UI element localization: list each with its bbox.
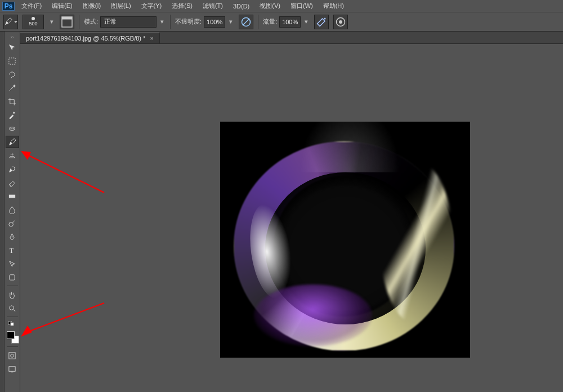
opacity-value: 100% [207, 19, 222, 25]
separator [170, 15, 171, 29]
separator [79, 15, 79, 29]
menu-edit[interactable]: 编辑(E) [48, 1, 76, 11]
collapsed-panel-strip[interactable] [0, 32, 5, 392]
color-swatch[interactable] [6, 330, 19, 345]
airbrush-icon [315, 15, 328, 29]
gradient-tool[interactable] [6, 190, 19, 202]
chevron-down-icon[interactable]: ▾ [48, 16, 55, 28]
clone-stamp-tool[interactable] [6, 149, 19, 162]
move-tool[interactable] [6, 41, 19, 54]
menu-file[interactable]: 文件(F) [18, 1, 45, 11]
svg-point-14 [12, 236, 13, 237]
svg-rect-20 [9, 352, 15, 358]
flow-label: 流量: [263, 17, 277, 26]
menu-window[interactable]: 窗口(W) [287, 1, 316, 11]
options-bar: 500 ▾ 模式: 正常 ▾ 不透明度: 100% ▾ 流量: 100% ▾ [0, 12, 563, 32]
history-brush-tool[interactable] [6, 163, 19, 175]
zoom-tool[interactable] [6, 302, 19, 314]
tool-divider [7, 286, 18, 286]
svg-rect-6 [9, 57, 15, 64]
panel-icon [60, 15, 74, 29]
eyedropper-tool[interactable] [6, 109, 19, 121]
artwork [220, 122, 470, 358]
svg-point-13 [9, 222, 14, 226]
menu-help[interactable]: 帮助(H) [320, 1, 347, 11]
svg-text:T: T [10, 247, 14, 255]
flow-value: 100% [282, 19, 298, 25]
airbrush-toggle[interactable] [314, 15, 329, 29]
toolbox: ›› T [5, 32, 20, 392]
chevron-down-icon[interactable]: ▾ [303, 16, 310, 28]
opacity-label: 不透明度: [175, 17, 202, 26]
document-canvas[interactable] [220, 122, 470, 358]
svg-rect-7 [13, 112, 15, 114]
svg-rect-16 [10, 274, 15, 279]
brush-size-value: 500 [29, 21, 37, 26]
blend-mode-select[interactable]: 正常 [100, 16, 157, 28]
menu-view[interactable]: 视图(V) [256, 1, 284, 11]
svg-rect-19 [11, 322, 14, 326]
svg-point-3 [324, 17, 326, 19]
dodge-tool[interactable] [6, 217, 19, 229]
path-selection-tool[interactable] [6, 257, 19, 270]
app-logo-icon: Ps [2, 2, 15, 11]
healing-brush-tool[interactable] [6, 122, 19, 135]
brush-dot-icon [32, 17, 35, 20]
toolbox-grip-icon[interactable]: ›› [5, 34, 20, 41]
tablet-pressure-icon [239, 15, 253, 29]
document-tab-strip: port1429761994103.jpg @ 45.5%(RGB/8) * × [20, 32, 563, 44]
svg-rect-11 [9, 194, 15, 198]
close-icon[interactable]: × [150, 35, 153, 42]
brush-preset-picker[interactable]: 500 [23, 15, 44, 29]
blend-mode-value: 正常 [104, 17, 117, 26]
crop-tool[interactable] [6, 95, 19, 108]
blur-tool[interactable] [6, 203, 19, 216]
menu-3d[interactable]: 3D(D) [230, 2, 253, 11]
canvas-area[interactable] [20, 44, 563, 392]
svg-point-17 [10, 305, 14, 310]
shape-tool[interactable] [6, 271, 19, 283]
svg-rect-8 [10, 127, 15, 130]
menu-layer[interactable]: 图层(L) [108, 1, 134, 11]
type-tool[interactable]: T [6, 244, 19, 256]
svg-point-10 [12, 128, 14, 129]
pressure-opacity-toggle[interactable] [239, 15, 253, 29]
document-tab[interactable]: port1429761994103.jpg @ 45.5%(RGB/8) * × [20, 32, 160, 43]
eraser-tool[interactable] [6, 176, 19, 189]
magic-wand-tool[interactable] [6, 82, 19, 94]
marquee-tool[interactable] [6, 55, 19, 67]
pressure-size-toggle[interactable] [333, 15, 348, 29]
tool-divider [7, 346, 18, 347]
flow-field[interactable]: 100% [279, 16, 301, 28]
menu-filter[interactable]: 滤镜(T) [199, 1, 226, 11]
tool-divider [7, 317, 18, 317]
menu-select[interactable]: 选择(S) [168, 1, 196, 11]
tablet-size-icon [334, 15, 347, 29]
svg-rect-22 [9, 366, 15, 371]
screen-mode-toggle[interactable] [6, 363, 19, 375]
separator [258, 15, 258, 29]
menu-image[interactable]: 图像(I) [79, 1, 104, 11]
current-tool-preset[interactable] [3, 15, 18, 29]
brush-panel-toggle[interactable] [60, 15, 74, 29]
lasso-tool[interactable] [6, 68, 19, 81]
chevron-down-icon[interactable]: ▾ [159, 16, 166, 28]
svg-rect-1 [62, 17, 72, 20]
chevron-down-icon[interactable]: ▾ [227, 16, 234, 28]
pen-tool[interactable] [6, 230, 19, 243]
menu-type[interactable]: 文字(Y) [138, 1, 166, 11]
default-colors-icon[interactable] [6, 319, 19, 327]
svg-point-5 [339, 20, 342, 24]
document-tab-title: port1429761994103.jpg @ 45.5%(RGB/8) * [26, 35, 145, 42]
opacity-field[interactable]: 100% [204, 16, 225, 28]
menu-bar: Ps 文件(F) 编辑(E) 图像(I) 图层(L) 文字(Y) 选择(S) 滤… [0, 0, 563, 12]
hand-tool[interactable] [6, 288, 19, 301]
foreground-color[interactable] [7, 331, 15, 339]
quick-mask-toggle[interactable] [6, 349, 19, 362]
brush-icon [4, 17, 12, 26]
mode-label: 模式: [84, 17, 98, 26]
svg-point-21 [11, 354, 14, 357]
svg-rect-23 [11, 372, 14, 372]
svg-point-9 [11, 128, 12, 129]
brush-tool[interactable] [6, 136, 19, 148]
